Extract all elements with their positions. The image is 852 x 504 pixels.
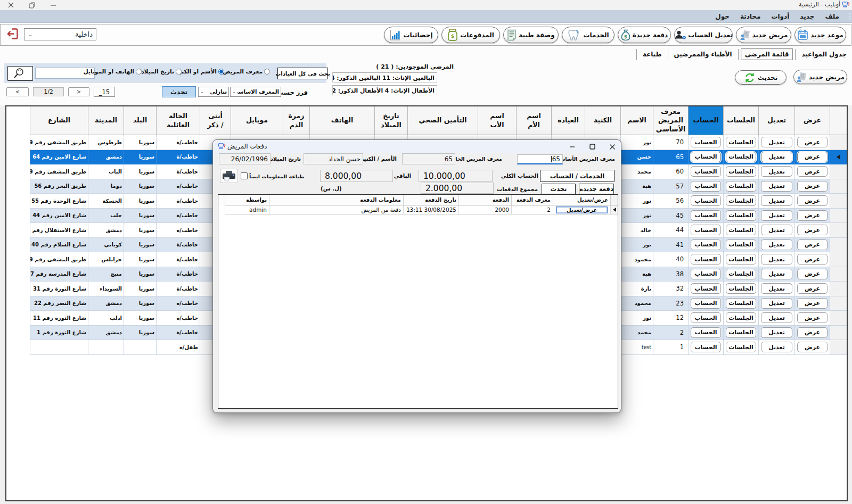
row-account-button[interactable]: الحساب xyxy=(691,283,721,294)
column-header-selector[interactable] xyxy=(830,106,847,135)
row-account-button[interactable]: الحساب xyxy=(691,225,721,235)
row-view-button[interactable]: عرض xyxy=(797,254,828,265)
row-edit-button[interactable]: تعديل xyxy=(761,254,792,265)
row-account-button[interactable]: الحساب xyxy=(691,239,721,250)
toolbar-button-2[interactable]: تعديل الحساب xyxy=(674,27,733,43)
column-header-clinic[interactable]: العيادة xyxy=(551,106,585,135)
menu-item-2[interactable]: أدوات xyxy=(766,11,794,22)
row-selector-cell[interactable] xyxy=(830,164,847,179)
row-selector-cell[interactable] xyxy=(830,252,847,267)
search-mode-3[interactable]: الهاتف او الموبايل xyxy=(83,68,142,75)
row-view-button[interactable]: عرض xyxy=(797,166,828,177)
row-edit-button[interactable]: تعديل xyxy=(761,225,792,235)
close-icon[interactable] xyxy=(0,0,21,10)
row-sessions-button[interactable]: الجلسات xyxy=(726,298,756,309)
toolbar-button-3[interactable]: $دفعة جديدة xyxy=(618,27,671,43)
row-sessions-button[interactable]: الجلسات xyxy=(726,327,756,338)
row-sessions-button[interactable]: الجلسات xyxy=(726,342,756,352)
column-header-account[interactable]: الحساب xyxy=(688,106,723,135)
print-info-checkbox[interactable] xyxy=(241,172,248,179)
row-selector-cell[interactable] xyxy=(830,311,847,326)
next-page-button[interactable]: > xyxy=(68,87,89,96)
column-header-id[interactable]: معرف المريض الأساسي xyxy=(653,106,688,135)
row-account-button[interactable]: الحساب xyxy=(691,254,721,265)
refresh-button[interactable]: تحديث xyxy=(735,70,787,85)
row-view-button[interactable]: عرض xyxy=(797,269,828,279)
search-mode-1[interactable]: الأسم او الكنية xyxy=(176,68,224,75)
radio-selected-icon[interactable] xyxy=(218,69,224,75)
row-selector-cell[interactable] xyxy=(830,267,847,282)
search-all-clinics-button[interactable]: بحث في كل العيادات xyxy=(277,68,328,79)
row-edit-button[interactable]: تعديل xyxy=(761,342,792,352)
page-size-input[interactable]: _15 xyxy=(94,87,115,97)
row-view-button[interactable]: عرض xyxy=(797,283,828,294)
payments-column-by[interactable]: بواسطة xyxy=(225,195,269,205)
row-sessions-button[interactable]: الجلسات xyxy=(726,137,756,147)
services-account-button[interactable]: الخدمات / الحساب xyxy=(540,170,615,182)
row-sessions-button[interactable]: الجلسات xyxy=(726,225,756,235)
new-patient-button[interactable]: مريض جديد xyxy=(793,70,847,84)
restore-icon[interactable] xyxy=(21,0,43,10)
column-header-marital[interactable]: الحالة العائلية xyxy=(156,106,200,135)
tab-3[interactable]: طباعة xyxy=(639,49,666,60)
sort-field-select[interactable]: ⌄ المعرف الاساسي xyxy=(230,87,281,97)
row-selector-cell[interactable] xyxy=(830,150,847,165)
row-account-button[interactable]: الحساب xyxy=(691,137,721,147)
row-selector-cell[interactable] xyxy=(830,326,847,341)
toolbar-button-0[interactable]: موعد جديد xyxy=(794,27,846,43)
menu-item-0[interactable]: ملف xyxy=(820,11,845,22)
row-account-button[interactable]: الحساب xyxy=(691,210,721,221)
dialog-close-icon[interactable] xyxy=(608,143,617,151)
radio-icon[interactable] xyxy=(176,69,182,75)
row-selector-cell[interactable] xyxy=(830,209,847,224)
row-account-button[interactable]: الحساب xyxy=(691,342,721,352)
row-edit-button[interactable]: تعديل xyxy=(761,283,792,294)
column-header-sessions[interactable]: الجلسات xyxy=(723,106,758,135)
toolbar-button-4[interactable]: الخدمات xyxy=(562,27,615,43)
toolbar-button-6[interactable]: $المدفوعات xyxy=(441,27,500,43)
row-account-button[interactable]: الحساب xyxy=(691,152,721,162)
primary-id-input[interactable]: 65 xyxy=(517,154,563,164)
row-edit-button[interactable]: تعديل xyxy=(761,152,792,162)
column-header-blood[interactable]: زمرة الدم xyxy=(283,106,309,135)
row-view-button[interactable]: عرض xyxy=(797,342,828,352)
toolbar-button-5[interactable]: وصفة طبية xyxy=(503,27,559,43)
print-button[interactable] xyxy=(220,169,238,183)
column-header-insurance[interactable]: التأمين الصحي xyxy=(407,106,478,135)
payments-column-date[interactable]: تاريخ الدفعة xyxy=(403,195,458,205)
column-header-surname[interactable]: الكنية xyxy=(585,106,620,135)
payments-column-selector[interactable] xyxy=(610,195,618,205)
row-account-button[interactable]: الحساب xyxy=(691,327,721,338)
column-header-birth[interactable]: تاريخ الميلاد xyxy=(374,106,407,135)
row-edit-button[interactable]: تعديل xyxy=(761,312,792,323)
minimize-icon[interactable] xyxy=(43,0,64,10)
prev-page-button[interactable]: < xyxy=(6,87,29,96)
row-sessions-button[interactable]: الجلسات xyxy=(726,181,756,192)
payment-view-edit-button[interactable]: عرض/تعديل xyxy=(556,206,608,213)
payments-column-amount[interactable]: الدفعة xyxy=(458,195,511,205)
payments-column-info[interactable]: معلومات الدفعة xyxy=(269,195,403,205)
toolbar-button-7[interactable]: إحصائيات xyxy=(384,27,438,43)
search-button[interactable] xyxy=(7,66,33,81)
sort-direction-select[interactable]: ⌄ تنازلي xyxy=(198,87,229,97)
radio-icon[interactable] xyxy=(136,69,142,75)
payments-column-payment_id[interactable]: معرف الدفعة xyxy=(511,195,553,205)
row-sessions-button[interactable]: الجلسات xyxy=(726,254,756,265)
row-account-button[interactable]: الحساب xyxy=(691,269,721,279)
column-header-street[interactable]: الشارع xyxy=(30,106,88,135)
row-edit-button[interactable]: تعديل xyxy=(761,195,792,206)
dialog-refresh-button[interactable]: تحدث xyxy=(542,184,576,194)
row-view-button[interactable]: عرض xyxy=(797,225,828,235)
row-selector-cell[interactable] xyxy=(830,179,847,194)
row-account-button[interactable]: الحساب xyxy=(691,181,721,192)
menu-item-3[interactable]: محادثة xyxy=(735,11,766,22)
row-selector-cell[interactable] xyxy=(830,296,847,311)
row-sessions-button[interactable]: الجلسات xyxy=(726,195,756,206)
column-header-view[interactable]: عرض xyxy=(794,106,830,135)
row-view-button[interactable]: عرض xyxy=(797,137,828,147)
row-view-button[interactable]: عرض xyxy=(797,195,828,206)
column-header-phone[interactable]: الهاتف xyxy=(309,106,374,135)
tab-1[interactable]: قائمة المرضى xyxy=(741,48,793,60)
row-sessions-button[interactable]: الجلسات xyxy=(726,269,756,279)
tab-2[interactable]: الأطباء والممرضين xyxy=(670,49,736,60)
